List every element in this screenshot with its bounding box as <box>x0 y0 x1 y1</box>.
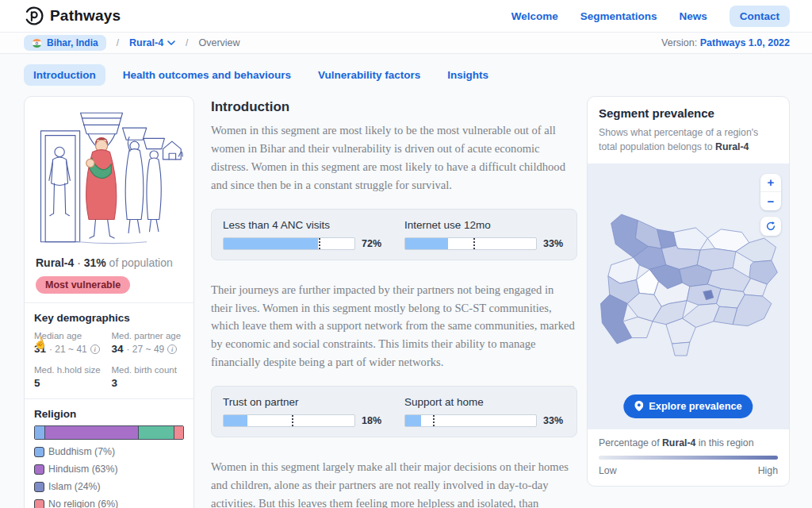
demographics-grid: Median age 31 · 21 ~ 41 i Med. partner a… <box>34 331 184 389</box>
district[interactable] <box>672 342 689 356</box>
segment-illustration <box>34 104 184 252</box>
stat-bar <box>223 237 355 250</box>
intro-paragraph-2: Their journeys are further impacted by t… <box>211 281 577 372</box>
zoom-in-button[interactable]: + <box>760 174 781 192</box>
section-tabs: Introduction Health outcomes and behavio… <box>24 64 790 86</box>
breadcrumb-separator: / <box>117 37 119 48</box>
legend-swatch <box>34 482 44 492</box>
average-marker <box>292 415 293 426</box>
religion-heading: Religion <box>34 408 184 420</box>
stat-value: 18% <box>362 415 384 426</box>
prevalence-gradient-bar <box>599 456 778 460</box>
tab-insights[interactable]: Insights <box>438 64 498 86</box>
map-controls: + − <box>760 174 781 236</box>
district[interactable] <box>673 228 707 250</box>
breadcrumb-bar: Bihar, India / Rural-4 / Overview Versio… <box>0 33 812 54</box>
stat-trust-partner: Trust on partner 18% <box>223 396 384 427</box>
info-icon[interactable]: i <box>90 344 100 354</box>
legend-low-label: Low <box>599 465 617 476</box>
district[interactable] <box>687 284 721 305</box>
religion-bar-islam <box>139 426 174 439</box>
top-header: Pathways Welcome Segmentations News Cont… <box>0 0 812 33</box>
demographic-household-size: Med. h.hold size 5 <box>34 365 107 389</box>
version-info: Version: Pathways 1.0, 2022 <box>661 37 790 48</box>
info-icon[interactable]: i <box>167 344 177 354</box>
segment-name: Rural-4 <box>36 256 74 269</box>
stat-value: 33% <box>543 415 565 426</box>
demographics-heading: Key demographics <box>34 312 184 324</box>
average-marker <box>433 415 435 426</box>
breadcrumb-segment-dropdown[interactable]: Rural-4 <box>129 37 175 48</box>
stat-internet-use: Internet use 12mo 33% <box>404 219 565 250</box>
stat-panel-2: Trust on partner 18% Support at home <box>211 386 577 437</box>
legend-swatch <box>34 499 44 508</box>
stat-value: 72% <box>362 238 384 249</box>
segment-title: Rural-4 · 31% of population <box>36 256 182 269</box>
tab-introduction[interactable]: Introduction <box>24 64 105 86</box>
religion-stacked-bar <box>34 425 184 440</box>
segment-summary-card: Rural-4 · 31% of population Most vulnera… <box>24 96 194 508</box>
demographic-partner-age: Med. partner age 34 · 27 ~ 49 i <box>112 331 185 355</box>
tab-vulnerability-factors[interactable]: Vulnerability factors <box>308 64 430 86</box>
segment-prevalence-card: Segment prevalence Shows what percentage… <box>587 96 790 487</box>
divider <box>25 398 193 399</box>
nav-news[interactable]: News <box>679 10 707 22</box>
page-content: Introduction Health outcomes and behavio… <box>0 54 812 508</box>
religion-bar-no-religion <box>174 426 183 439</box>
religion-legend: Buddhism (7%) Hinduism (63%) Islam (24%)… <box>34 446 184 508</box>
stat-bar <box>404 414 537 427</box>
brand-name: Pathways <box>50 7 121 25</box>
version-value[interactable]: Pathways 1.0, 2022 <box>700 37 790 48</box>
segment-title-separator: · <box>77 256 81 269</box>
breadcrumb-separator-2: / <box>186 37 188 48</box>
legend-swatch <box>34 464 44 475</box>
prevalence-heading: Segment prevalence <box>599 106 778 120</box>
demographic-birth-count: Med. birth count 3 <box>112 365 185 389</box>
vulnerability-badge: Most vulnerable <box>36 276 130 294</box>
intro-paragraph-1: Women in this segment are most likely to… <box>211 121 577 194</box>
introduction-section: Introduction Women in this segment are m… <box>211 96 577 508</box>
prevalence-subtitle: Shows what percentage of a region's tota… <box>599 125 778 155</box>
breadcrumb-segment-label: Rural-4 <box>129 37 163 48</box>
pathways-logo-icon <box>24 6 44 26</box>
stat-support-home: Support at home 33% <box>404 396 565 427</box>
chevron-down-icon <box>167 40 175 45</box>
nav-contact[interactable]: Contact <box>730 6 790 27</box>
location-pin-icon <box>634 401 643 411</box>
breadcrumb-page-label: Overview <box>198 37 239 48</box>
prevalence-legend: Percentage of Rural-4 in this region Low… <box>588 429 789 486</box>
nav-welcome[interactable]: Welcome <box>511 10 558 22</box>
bihar-district-map[interactable] <box>595 213 782 359</box>
average-marker <box>473 238 475 249</box>
legend-swatch <box>34 447 44 457</box>
prevalence-map: + − Explore prevalence <box>588 164 789 429</box>
tab-health-outcomes[interactable]: Health outcomes and behaviours <box>113 64 301 86</box>
explore-prevalence-button[interactable]: Explore prevalence <box>623 394 753 418</box>
zoom-out-button[interactable]: − <box>760 192 781 210</box>
segment-percent-suffix: of population <box>109 256 173 269</box>
breadcrumb: Bihar, India / Rural-4 / Overview <box>24 35 240 51</box>
introduction-heading: Introduction <box>211 99 577 115</box>
intro-paragraph-3: Women in this segment largely make all t… <box>211 458 577 508</box>
religion-bar-buddhism <box>35 426 45 439</box>
version-label: Version: <box>661 37 697 48</box>
main-nav: Welcome Segmentations News Contact <box>511 6 790 27</box>
stat-anc-visits: Less than 4 ANC visits 72% <box>223 219 384 250</box>
average-marker <box>319 238 320 249</box>
nav-segmentations[interactable]: Segmentations <box>580 10 657 22</box>
divider <box>25 302 193 303</box>
refresh-icon <box>765 221 776 232</box>
prevalence-legend-label: Percentage of Rural-4 in this region <box>599 437 778 448</box>
india-flag-icon <box>32 38 42 48</box>
breadcrumb-region-label: Bihar, India <box>47 37 98 48</box>
stat-value: 33% <box>543 238 565 249</box>
legend-high-label: High <box>758 465 778 476</box>
segment-percent: 31% <box>84 256 106 269</box>
map-reset-button[interactable] <box>760 217 781 236</box>
stat-bar <box>223 414 355 427</box>
religion-bar-hinduism <box>45 426 139 439</box>
breadcrumb-region-chip[interactable]: Bihar, India <box>24 35 106 51</box>
pathways-logo[interactable]: Pathways <box>24 6 121 26</box>
stat-bar <box>404 237 537 250</box>
stat-panel-1: Less than 4 ANC visits 72% Internet use … <box>211 209 577 260</box>
